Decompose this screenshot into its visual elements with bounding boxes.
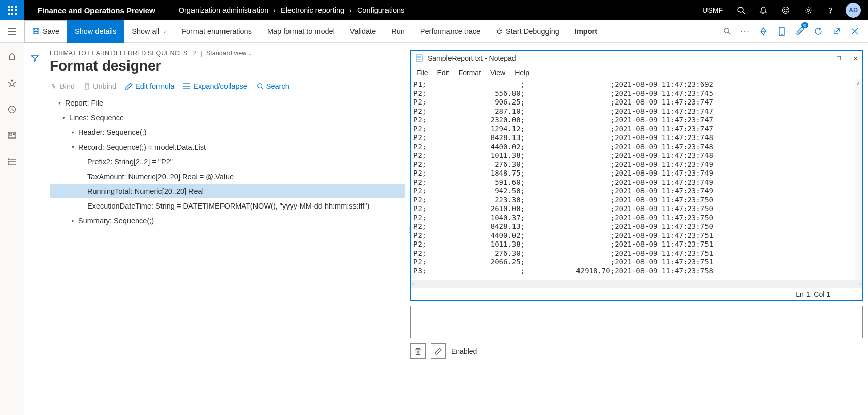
tree-search-button[interactable]: Search xyxy=(256,82,290,90)
svg-line-24 xyxy=(501,30,502,31)
notepad-textarea[interactable]: P1; ; ;2021-08-09 11:47:23:692 P2; 556.8… xyxy=(411,79,862,280)
menu-edit[interactable]: Edit xyxy=(437,68,449,77)
svg-point-12 xyxy=(784,9,785,10)
cursor-position: Ln 1, Col 1 xyxy=(796,290,856,298)
tree-node[interactable]: ExecutionDateTime: String = DATETIMEFORM… xyxy=(50,198,405,213)
performance-trace-button[interactable]: Performance trace xyxy=(412,20,488,43)
validate-button[interactable]: Validate xyxy=(342,20,383,43)
tree-node[interactable]: ▸Summary: Sequence(;) xyxy=(50,213,405,228)
menu-help[interactable]: Help xyxy=(515,68,529,77)
content: FORMAT TO LEARN DEFERRED SEQUENCES : 2 |… xyxy=(45,43,868,415)
top-bar: Finance and Operations Preview Organizat… xyxy=(0,0,868,20)
waffle-button[interactable] xyxy=(0,0,24,20)
save-button[interactable]: Save xyxy=(24,20,67,43)
scrollbar-horizontal[interactable]: ‹› xyxy=(411,280,862,288)
breadcrumb-item[interactable]: Configurations xyxy=(357,6,405,14)
cmd-search-icon[interactable] xyxy=(718,20,736,43)
cmd-refresh-icon[interactable] xyxy=(809,20,827,43)
edit-button[interactable] xyxy=(431,343,446,359)
page-subheader: FORMAT TO LEARN DEFERRED SEQUENCES : 2 |… xyxy=(50,50,405,57)
menu-format[interactable]: Format xyxy=(459,68,481,77)
cmd-close-icon[interactable] xyxy=(846,20,864,43)
debug-icon xyxy=(496,28,503,35)
save-icon xyxy=(32,27,40,35)
svg-rect-19 xyxy=(35,28,38,30)
val-label: Validate xyxy=(350,27,376,36)
tree-node[interactable]: Prefix2: String[2..2] = "P2" xyxy=(50,154,405,169)
smiley-icon[interactable] xyxy=(776,0,796,20)
svg-point-11 xyxy=(783,7,789,14)
star-icon[interactable] xyxy=(0,74,24,91)
clock-icon[interactable] xyxy=(0,100,24,118)
fe-label: Format enumerations xyxy=(182,27,252,36)
tree-node[interactable]: ▾Report: File xyxy=(50,95,405,110)
filter-icon[interactable] xyxy=(22,50,47,67)
svg-point-21 xyxy=(498,30,501,33)
import-button[interactable]: Import xyxy=(567,20,605,43)
tree-node[interactable]: TaxAmount: Numeric[20..20] Real = @.Valu… xyxy=(50,169,405,184)
avatar[interactable]: AD xyxy=(846,3,861,18)
svg-rect-37 xyxy=(9,133,12,135)
maximize-icon[interactable]: ☐ xyxy=(836,55,841,62)
notepad-icon xyxy=(415,54,424,62)
unbind-button[interactable]: Unbind xyxy=(84,82,116,90)
edit-formula-button[interactable]: Edit formula xyxy=(125,82,174,90)
format-enumerations-button[interactable]: Format enumerations xyxy=(174,20,260,43)
minimize-icon[interactable]: — xyxy=(818,55,824,62)
show-details-button[interactable]: Show details xyxy=(67,20,124,43)
link-icon xyxy=(50,83,57,89)
collapse-icon[interactable]: ▾ xyxy=(68,144,77,150)
tree-node[interactable]: ▾Lines: Sequence xyxy=(50,110,405,125)
tree-node[interactable]: ▾Record: Sequence(;) = model.Data.List xyxy=(50,140,405,154)
breadcrumb: Organization administration › Electronic… xyxy=(179,6,405,14)
formula-textarea[interactable] xyxy=(410,306,863,338)
breadcrumb-item[interactable]: Electronic reporting xyxy=(281,6,344,14)
bind-button[interactable]: Bind xyxy=(50,82,75,90)
modules-icon[interactable] xyxy=(0,153,24,170)
collapse-icon[interactable]: ▾ xyxy=(55,100,64,106)
enabled-label: Enabled xyxy=(451,347,477,355)
expand-icon[interactable]: ▸ xyxy=(68,129,77,135)
run-button[interactable]: Run xyxy=(383,20,412,43)
expand-collapse-button[interactable]: Expand/collapse xyxy=(183,82,247,90)
menu-file[interactable]: File xyxy=(416,68,428,77)
start-debugging-button[interactable]: Start Debugging xyxy=(488,20,567,43)
svg-line-50 xyxy=(261,88,263,90)
collapse-icon[interactable]: ▾ xyxy=(59,115,68,120)
notepad-titlebar[interactable]: SampleReport.txt - Notepad — ☐ ✕ xyxy=(411,51,862,66)
help-icon[interactable] xyxy=(820,0,841,20)
cmd-popout-icon[interactable] xyxy=(827,20,846,43)
search-icon[interactable] xyxy=(731,0,751,20)
view-picker[interactable]: Standard view ⌄ xyxy=(206,50,252,57)
svg-point-14 xyxy=(807,9,810,12)
hamburger-button[interactable] xyxy=(0,20,24,43)
format-tree: ▾Report: File ▾Lines: Sequence ▸Header: … xyxy=(50,95,405,228)
bell-icon[interactable] xyxy=(753,0,774,20)
page-sub-text: FORMAT TO LEARN DEFERRED SEQUENCES : 2 xyxy=(50,50,197,57)
menu-view[interactable]: View xyxy=(490,68,505,77)
top-right: USMF AD xyxy=(696,0,868,20)
svg-rect-2 xyxy=(15,6,17,8)
home-icon[interactable] xyxy=(0,48,24,65)
show-all-button[interactable]: Show all⌄ xyxy=(124,20,174,43)
sd-label: Start Debugging xyxy=(506,27,559,36)
gear-icon[interactable] xyxy=(798,0,818,20)
cmd-overflow-icon[interactable]: ··· xyxy=(736,20,754,43)
cmd-mobile-icon[interactable] xyxy=(773,20,791,43)
expand-icon[interactable]: ▸ xyxy=(68,218,77,223)
workspace-icon[interactable] xyxy=(0,127,24,144)
delete-button[interactable] xyxy=(410,343,426,359)
tree-node-selected[interactable]: RunningTotal: Numeric[20..20] Real xyxy=(50,184,405,198)
cmd-diamond-icon[interactable] xyxy=(754,20,773,43)
filter-rail xyxy=(24,43,45,415)
cmd-attach-icon[interactable]: 0 xyxy=(791,20,809,43)
left-rail xyxy=(0,43,24,415)
tree-node[interactable]: ▸Header: Sequence(;) xyxy=(50,125,405,140)
svg-rect-4 xyxy=(11,9,13,11)
search-icon xyxy=(256,83,264,90)
scrollbar-vertical[interactable]: ∧ xyxy=(855,79,862,280)
breadcrumb-item[interactable]: Organization administration xyxy=(179,6,269,14)
map-format-button[interactable]: Map format to model xyxy=(260,20,342,43)
company-label[interactable]: USMF xyxy=(696,6,729,14)
close-icon[interactable]: ✕ xyxy=(853,55,858,62)
